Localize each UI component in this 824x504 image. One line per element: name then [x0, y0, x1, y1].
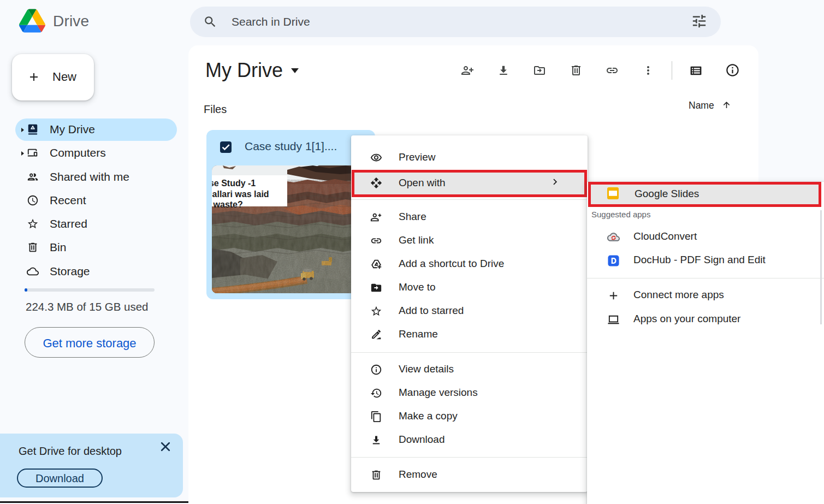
svg-text:ase Study -1: ase Study -1 — [212, 179, 256, 188]
svg-text:Ballari was laid: Ballari was laid — [212, 189, 269, 199]
svg-text:to waste?: to waste? — [212, 200, 243, 209]
